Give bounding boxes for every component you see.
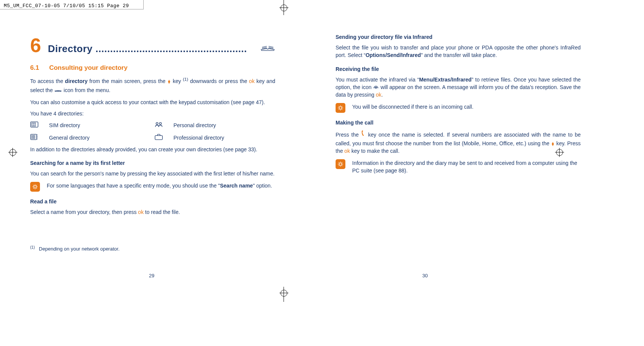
sim-directory-icon xyxy=(30,121,45,129)
text: Press the xyxy=(336,132,361,138)
paragraph-send-infrared: Select the file you wish to transfer and… xyxy=(336,44,581,59)
infrared-icon xyxy=(373,84,380,90)
text: from the main screen, press the xyxy=(87,78,167,84)
footnote-text: Depending on your network operator. xyxy=(39,246,120,252)
professional-directory-label: Professional directory xyxy=(173,135,275,141)
section-heading: 6.1 Consulting your directory xyxy=(30,64,275,72)
subhead-making-call: Making the call xyxy=(336,120,581,126)
text: key once the name is selected. If severa… xyxy=(336,132,581,146)
page-spread: 6 Directory ............................… xyxy=(30,26,621,220)
text: to read the file. xyxy=(144,209,180,215)
general-directory-label: General directory xyxy=(49,135,151,141)
general-directory-icon xyxy=(30,134,45,142)
paragraph-search: You can search for the person's name by … xyxy=(30,170,275,177)
menu-book-icon xyxy=(54,86,64,94)
text: You must activate the infrared via “ xyxy=(336,77,419,83)
text: ” and the transfer will take place. xyxy=(421,52,497,58)
page-right: Sending your directory file via Infrared… xyxy=(336,26,581,220)
paragraph-own-dirs: In addition to the directories already p… xyxy=(30,146,275,153)
tip-icon xyxy=(30,182,40,192)
tip-suffix: " option. xyxy=(253,183,272,189)
subhead-receiving: Receiving the file xyxy=(336,66,581,72)
svg-rect-9 xyxy=(155,135,163,140)
section-title: Consulting your directory xyxy=(49,64,127,71)
svg-point-10 xyxy=(34,186,37,188)
nav-key-icon: ▲▼ xyxy=(167,80,171,83)
svg-rect-6 xyxy=(34,135,35,137)
tip-text: You will be disconnected if there is an … xyxy=(352,103,581,111)
registration-mark-left xyxy=(9,149,16,156)
paragraph-customise: You can also customise a quick access to… xyxy=(30,98,275,106)
subhead-send-infrared: Sending your directory file via Infrared xyxy=(336,34,581,40)
tip-pc-suite: Information in the directory and the dia… xyxy=(336,159,581,175)
text: . xyxy=(381,92,383,98)
tip-text: Information in the directory and the dia… xyxy=(352,159,581,175)
text: key xyxy=(171,78,182,84)
chapter-heading: 6 Directory ............................… xyxy=(30,34,275,57)
directory-icon xyxy=(260,42,275,53)
footnote-marker: (1) xyxy=(30,245,35,249)
ok-key-icon: ok xyxy=(138,209,144,215)
subhead-readfile: Read a file xyxy=(30,198,275,205)
paragraph-four-dirs: You have 4 directories: xyxy=(30,110,275,117)
ok-key-icon: ok xyxy=(344,148,350,154)
svg-rect-8 xyxy=(34,137,35,139)
text: icon from the menu. xyxy=(64,87,110,93)
text-bold: Options/Send/Infrared xyxy=(365,52,421,58)
paragraph-readfile: Select a name from your directory, then … xyxy=(30,208,275,216)
svg-point-2 xyxy=(156,122,158,124)
registration-mark-bottom xyxy=(281,290,287,297)
page-number-right: 30 xyxy=(422,273,428,278)
tip-bold: Search name xyxy=(220,183,253,189)
subhead-search: Searching for a name by its first letter xyxy=(30,160,275,166)
personal-directory-icon xyxy=(155,121,170,129)
directory-list: SIM directory Personal directory General… xyxy=(30,121,275,142)
crop-mark-bottom xyxy=(284,287,284,302)
svg-rect-7 xyxy=(32,137,33,139)
tip-prefix: For some languages that have a specific … xyxy=(47,183,220,189)
text: Select a name from your directory, then … xyxy=(30,209,138,215)
paragraph-receiving: You must activate the infrared via “Menu… xyxy=(336,76,581,99)
svg-rect-5 xyxy=(32,135,33,137)
print-slug: M5_UM_FCC_07-10-05 7/10/05 15:15 Page 29 xyxy=(4,3,129,9)
paragraph-making-call: Press the key once the name is selected.… xyxy=(336,129,581,155)
svg-point-12 xyxy=(339,107,342,109)
svg-point-3 xyxy=(159,122,161,124)
personal-directory-label: Personal directory xyxy=(173,122,275,128)
professional-directory-icon xyxy=(155,134,170,142)
text-bold: directory xyxy=(65,78,87,84)
chapter-title: Directory ..............................… xyxy=(48,43,253,55)
sim-directory-label: SIM directory xyxy=(49,122,151,128)
tip-text: For some languages that have a specific … xyxy=(47,182,275,189)
chapter-number: 6 xyxy=(30,34,41,57)
section-number: 6.1 xyxy=(30,64,39,71)
tip-search-name: For some languages that have a specific … xyxy=(30,182,275,192)
nav-key-icon: ▲▼ xyxy=(551,142,555,146)
call-key-icon xyxy=(361,131,368,138)
page-left: 6 Directory ............................… xyxy=(30,26,275,220)
registration-mark-top xyxy=(281,5,287,11)
ok-key-icon: ok xyxy=(249,78,255,84)
text: downwards or press the xyxy=(188,78,249,84)
svg-rect-11 xyxy=(376,88,377,88)
ok-key-icon: ok xyxy=(376,92,382,98)
text: To access the xyxy=(30,78,65,84)
tip-icon xyxy=(336,103,345,113)
paragraph-access: To access the directory from the main sc… xyxy=(30,76,275,95)
footnote-ref: (1) xyxy=(183,77,188,82)
tip-icon xyxy=(336,159,345,169)
page-number-left: 29 xyxy=(149,273,154,278)
svg-point-13 xyxy=(339,163,342,166)
tip-disconnect: You will be disconnected if there is an … xyxy=(336,103,581,113)
text-bold: Menu/Extras/Infrared xyxy=(419,77,471,83)
text: key to make the call. xyxy=(350,148,400,154)
svg-rect-4 xyxy=(31,134,37,140)
